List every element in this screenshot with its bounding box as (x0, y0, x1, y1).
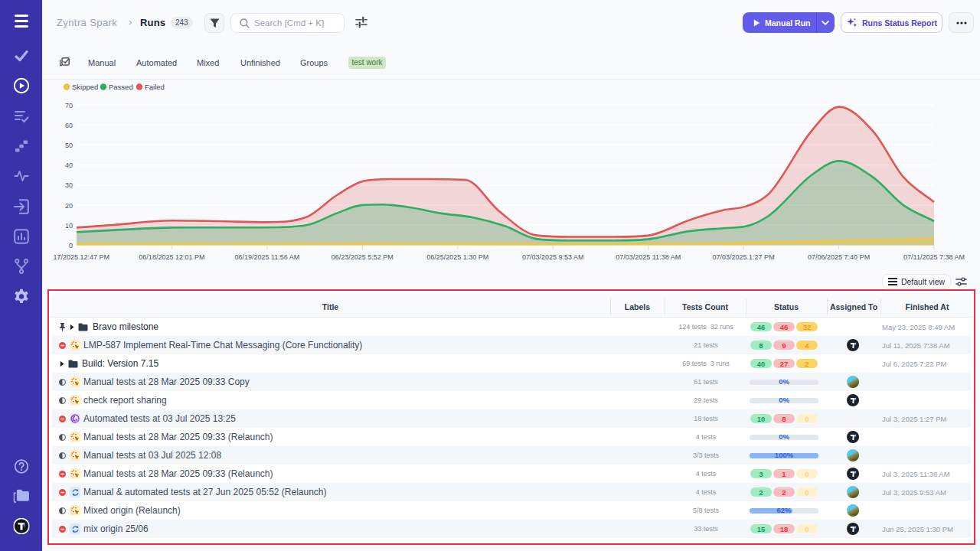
svg-text:06/18/2025 12:01 PM: 06/18/2025 12:01 PM (139, 253, 204, 261)
svg-text:50: 50 (65, 142, 73, 149)
svg-text:Passed: Passed (109, 83, 133, 91)
svg-text:06/19/2025 11:56 AM: 06/19/2025 11:56 AM (234, 253, 299, 261)
svg-text:07/03/2025 11:38 AM: 07/03/2025 11:38 AM (616, 253, 681, 261)
svg-text:40: 40 (65, 161, 73, 169)
svg-text:Skipped: Skipped (72, 83, 98, 91)
svg-text:60: 60 (65, 122, 73, 129)
svg-text:Failed: Failed (145, 83, 165, 91)
svg-text:20: 20 (65, 202, 73, 210)
svg-text:07/06/2025 7:40 PM: 07/06/2025 7:40 PM (808, 253, 870, 261)
svg-text:07/11/2025 7:38 AM: 07/11/2025 7:38 AM (903, 253, 965, 261)
svg-text:30: 30 (65, 181, 73, 189)
svg-text:07/03/2025 9:53 AM: 07/03/2025 9:53 AM (522, 253, 584, 261)
svg-text:06/23/2025 5:52 PM: 06/23/2025 5:52 PM (332, 253, 394, 261)
svg-text:0: 0 (69, 242, 73, 249)
svg-text:70: 70 (65, 102, 73, 109)
svg-text:06/25/2025 1:30 PM: 06/25/2025 1:30 PM (426, 253, 488, 261)
svg-text:07/03/2025 1:27 PM: 07/03/2025 1:27 PM (713, 253, 775, 261)
svg-text:10: 10 (65, 222, 73, 230)
